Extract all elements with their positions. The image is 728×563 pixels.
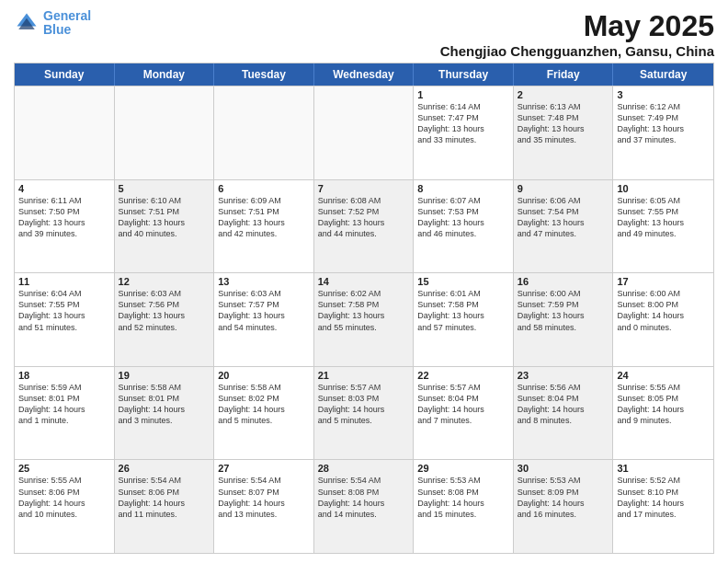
- calendar-cell-empty: [314, 86, 415, 179]
- calendar-cell-day-8: 8Sunrise: 6:07 AMSunset: 7:53 PMDaylight…: [414, 180, 514, 273]
- day-number: 25: [18, 463, 110, 474]
- day-number: 29: [417, 463, 509, 474]
- weekday-header-monday: Monday: [115, 63, 215, 86]
- day-number: 23: [518, 370, 609, 381]
- calendar-cell-day-3: 3Sunrise: 6:12 AMSunset: 7:49 PMDaylight…: [613, 86, 713, 179]
- calendar-row-1: 4Sunrise: 6:11 AMSunset: 7:50 PMDaylight…: [15, 179, 713, 273]
- day-info: Sunrise: 6:09 AMSunset: 7:51 PMDaylight:…: [218, 195, 310, 240]
- day-number: 13: [218, 276, 310, 287]
- calendar-cell-day-16: 16Sunrise: 6:00 AMSunset: 7:59 PMDayligh…: [514, 273, 614, 366]
- calendar-cell-day-4: 4Sunrise: 6:11 AMSunset: 7:50 PMDaylight…: [15, 180, 115, 273]
- daylight-hours-label: Daylight: 13 hours: [617, 123, 710, 134]
- calendar-cell-day-29: 29Sunrise: 5:53 AMSunset: 8:08 PMDayligh…: [414, 460, 514, 553]
- weekday-header-sunday: Sunday: [15, 63, 115, 86]
- day-info: Sunrise: 5:53 AMSunset: 8:08 PMDaylight:…: [417, 475, 509, 520]
- day-info: Sunrise: 6:05 AMSunset: 7:55 PMDaylight:…: [617, 195, 710, 240]
- calendar-cell-day-1: 1Sunrise: 6:14 AMSunset: 7:47 PMDaylight…: [414, 86, 514, 179]
- day-number: 16: [518, 276, 609, 287]
- day-info: Sunrise: 5:54 AMSunset: 8:08 PMDaylight:…: [318, 475, 410, 520]
- calendar-body: 1Sunrise: 6:14 AMSunset: 7:47 PMDaylight…: [15, 86, 713, 553]
- daylight-hours-label: Daylight: 14 hours: [617, 310, 710, 321]
- day-info: Sunrise: 5:57 AMSunset: 8:04 PMDaylight:…: [417, 382, 509, 427]
- day-number: 7: [318, 183, 410, 194]
- day-number: 14: [318, 276, 410, 287]
- day-info: Sunrise: 6:14 AMSunset: 7:47 PMDaylight:…: [417, 101, 509, 146]
- daylight-hours-label: Daylight: 13 hours: [518, 310, 609, 321]
- daylight-hours-label: Daylight: 14 hours: [518, 498, 609, 509]
- calendar-cell-day-22: 22Sunrise: 5:57 AMSunset: 8:04 PMDayligh…: [414, 367, 514, 460]
- daylight-hours-label: Daylight: 13 hours: [318, 217, 410, 228]
- day-info: Sunrise: 6:00 AMSunset: 7:59 PMDaylight:…: [518, 288, 609, 333]
- day-number: 28: [318, 463, 410, 474]
- daylight-hours-label: Daylight: 14 hours: [18, 498, 110, 509]
- daylight-hours-label: Daylight: 13 hours: [119, 310, 210, 321]
- calendar-row-2: 11Sunrise: 6:04 AMSunset: 7:55 PMDayligh…: [15, 272, 713, 366]
- day-number: 5: [119, 183, 210, 194]
- calendar-cell-day-17: 17Sunrise: 6:00 AMSunset: 8:00 PMDayligh…: [613, 273, 713, 366]
- calendar-cell-day-23: 23Sunrise: 5:56 AMSunset: 8:04 PMDayligh…: [514, 367, 614, 460]
- day-info: Sunrise: 5:52 AMSunset: 8:10 PMDaylight:…: [617, 475, 710, 520]
- calendar-cell-day-7: 7Sunrise: 6:08 AMSunset: 7:52 PMDaylight…: [314, 180, 415, 273]
- calendar-cell-day-27: 27Sunrise: 5:54 AMSunset: 8:07 PMDayligh…: [214, 460, 314, 553]
- day-number: 20: [218, 370, 310, 381]
- calendar-cell-empty: [15, 86, 115, 179]
- logo-blue: Blue: [43, 22, 71, 37]
- calendar-cell-empty: [115, 86, 215, 179]
- calendar-cell-day-10: 10Sunrise: 6:05 AMSunset: 7:55 PMDayligh…: [613, 180, 713, 273]
- day-info: Sunrise: 6:06 AMSunset: 7:54 PMDaylight:…: [518, 195, 609, 240]
- day-number: 21: [318, 370, 410, 381]
- day-info: Sunrise: 5:53 AMSunset: 8:09 PMDaylight:…: [518, 475, 609, 520]
- day-info: Sunrise: 5:59 AMSunset: 8:01 PMDaylight:…: [18, 382, 110, 427]
- day-info: Sunrise: 5:54 AMSunset: 8:06 PMDaylight:…: [119, 475, 210, 520]
- daylight-hours-label: Daylight: 14 hours: [417, 404, 509, 415]
- calendar-cell-day-28: 28Sunrise: 5:54 AMSunset: 8:08 PMDayligh…: [314, 460, 415, 553]
- day-info: Sunrise: 5:55 AMSunset: 8:05 PMDaylight:…: [617, 382, 710, 427]
- location-title: Chengjiao Chengguanzhen, Gansu, China: [440, 43, 714, 59]
- day-number: 6: [218, 183, 310, 194]
- day-number: 15: [417, 276, 509, 287]
- calendar-cell-day-26: 26Sunrise: 5:54 AMSunset: 8:06 PMDayligh…: [115, 460, 215, 553]
- day-number: 31: [617, 463, 710, 474]
- calendar-cell-day-20: 20Sunrise: 5:58 AMSunset: 8:02 PMDayligh…: [214, 367, 314, 460]
- weekday-header-saturday: Saturday: [613, 63, 713, 86]
- day-info: Sunrise: 6:04 AMSunset: 7:55 PMDaylight:…: [18, 288, 110, 333]
- daylight-hours-label: Daylight: 14 hours: [617, 404, 710, 415]
- calendar-cell-day-2: 2Sunrise: 6:13 AMSunset: 7:48 PMDaylight…: [514, 86, 614, 179]
- day-info: Sunrise: 6:02 AMSunset: 7:58 PMDaylight:…: [318, 288, 410, 333]
- day-number: 11: [18, 276, 110, 287]
- title-block: May 2025 Chengjiao Chengguanzhen, Gansu,…: [440, 9, 714, 59]
- day-number: 8: [417, 183, 509, 194]
- weekday-header-wednesday: Wednesday: [314, 63, 415, 86]
- logo-icon: [14, 10, 40, 36]
- daylight-hours-label: Daylight: 14 hours: [218, 404, 310, 415]
- day-info: Sunrise: 6:03 AMSunset: 7:57 PMDaylight:…: [218, 288, 310, 333]
- day-number: 1: [417, 89, 509, 100]
- day-info: Sunrise: 6:01 AMSunset: 7:58 PMDaylight:…: [417, 288, 509, 333]
- day-info: Sunrise: 6:10 AMSunset: 7:51 PMDaylight:…: [119, 195, 210, 240]
- day-number: 10: [617, 183, 710, 194]
- daylight-hours-label: Daylight: 13 hours: [119, 217, 210, 228]
- daylight-hours-label: Daylight: 13 hours: [518, 123, 609, 134]
- weekday-header-tuesday: Tuesday: [214, 63, 314, 86]
- daylight-hours-label: Daylight: 14 hours: [18, 404, 110, 415]
- daylight-hours-label: Daylight: 13 hours: [218, 310, 310, 321]
- logo-general: General: [43, 8, 91, 23]
- daylight-hours-label: Daylight: 14 hours: [318, 498, 410, 509]
- day-number: 18: [18, 370, 110, 381]
- day-info: Sunrise: 6:00 AMSunset: 8:00 PMDaylight:…: [617, 288, 710, 333]
- calendar-cell-day-9: 9Sunrise: 6:06 AMSunset: 7:54 PMDaylight…: [514, 180, 614, 273]
- day-number: 17: [617, 276, 710, 287]
- day-info: Sunrise: 5:55 AMSunset: 8:06 PMDaylight:…: [18, 475, 110, 520]
- day-info: Sunrise: 6:11 AMSunset: 7:50 PMDaylight:…: [18, 195, 110, 240]
- weekday-header-friday: Friday: [514, 63, 614, 86]
- daylight-hours-label: Daylight: 14 hours: [318, 404, 410, 415]
- day-info: Sunrise: 6:13 AMSunset: 7:48 PMDaylight:…: [518, 101, 609, 146]
- day-number: 9: [518, 183, 609, 194]
- day-info: Sunrise: 6:07 AMSunset: 7:53 PMDaylight:…: [417, 195, 509, 240]
- logo-text: General Blue: [43, 9, 91, 38]
- daylight-hours-label: Daylight: 13 hours: [18, 310, 110, 321]
- day-info: Sunrise: 6:03 AMSunset: 7:56 PMDaylight:…: [119, 288, 210, 333]
- daylight-hours-label: Daylight: 14 hours: [218, 498, 310, 509]
- day-number: 2: [518, 89, 609, 100]
- calendar-cell-day-13: 13Sunrise: 6:03 AMSunset: 7:57 PMDayligh…: [214, 273, 314, 366]
